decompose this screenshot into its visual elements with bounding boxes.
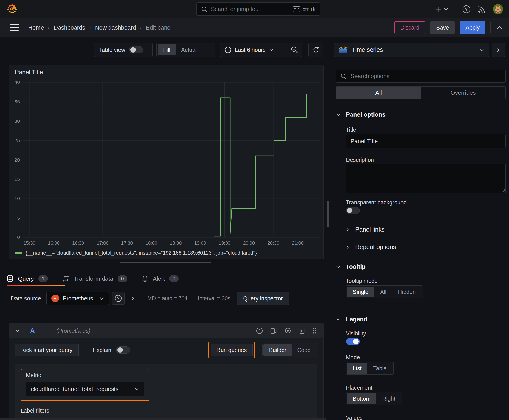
tooltip-mode-hidden[interactable]: Hidden	[392, 286, 421, 297]
expand-options-chevron-icon[interactable]	[131, 296, 135, 301]
visualization-picker[interactable]: Time series	[334, 43, 489, 57]
legend-visibility-toggle[interactable]	[346, 338, 360, 345]
collapse-options-pane-button[interactable]	[492, 43, 505, 57]
legend-placement-bottom[interactable]: Bottom	[347, 393, 376, 404]
new-dropdown-button[interactable]	[436, 6, 448, 13]
legend-placement-right[interactable]: Right	[376, 393, 401, 404]
svg-text:19:00: 19:00	[194, 240, 206, 246]
query-ref-id: A	[30, 327, 35, 335]
grafana-logo-icon[interactable]	[7, 4, 17, 14]
query-help-icon[interactable]: ?	[256, 327, 263, 335]
query-row-header[interactable]: A (Prometheus) ?	[9, 323, 323, 338]
zoom-out-time-icon[interactable]	[287, 46, 302, 54]
time-series-chart[interactable]: 051015202530354015:3016:0016:3017:0017:3…	[11, 80, 323, 247]
svg-text:16:30: 16:30	[72, 240, 84, 246]
legend-series-swatch[interactable]	[15, 252, 22, 254]
description-textarea[interactable]	[346, 164, 506, 193]
mega-menu-toggle-icon[interactable]	[10, 24, 19, 31]
tooltip-mode-single[interactable]: Single	[347, 286, 374, 297]
time-range-picker[interactable]: Last 6 hours	[220, 46, 287, 53]
actual-option[interactable]: Actual	[176, 44, 202, 55]
alert-count-badge: 0	[169, 275, 179, 282]
tooltip-mode-label: Tooltip mode	[346, 278, 378, 284]
tab-transform-data[interactable]: Transform data 0	[62, 275, 127, 282]
run-queries-highlight: Run queries	[208, 342, 255, 358]
fill-option[interactable]: Fill	[158, 44, 176, 55]
help-icon[interactable]: ?	[462, 5, 471, 14]
panel-links-section[interactable]: Panel links	[346, 226, 385, 233]
user-avatar[interactable]	[493, 4, 503, 14]
breadcrumb-separator: ›	[89, 24, 91, 31]
svg-text:18:30: 18:30	[170, 240, 182, 246]
options-filter-tabs: All Overrides	[336, 86, 506, 99]
top-bar: ctrl+k ?	[0, 0, 509, 18]
query-inspector-button[interactable]: Query inspector	[237, 292, 289, 305]
query-options-summary[interactable]: MD = auto = 704 Interval = 30s	[147, 295, 230, 301]
chevron-down-icon	[336, 113, 341, 116]
drag-handle-grip-icon[interactable]	[312, 327, 317, 335]
save-button[interactable]: Save	[430, 21, 455, 34]
breadcrumb-home[interactable]: Home	[28, 24, 44, 31]
table-view-control: Table view	[94, 43, 153, 57]
repeat-options-section[interactable]: Repeat options	[346, 244, 396, 251]
global-search-input[interactable]	[211, 6, 289, 12]
transform-count-badge: 0	[118, 275, 127, 282]
svg-text:18:00: 18:00	[145, 240, 157, 246]
panel-title[interactable]: Panel Title	[15, 69, 43, 76]
panel-options-header[interactable]: Panel options	[336, 111, 386, 118]
transparent-background-toggle[interactable]	[346, 207, 360, 214]
tab-query[interactable]: Query 1	[7, 275, 48, 283]
collapse-pane-chevron-up-icon[interactable]	[495, 25, 503, 30]
svg-text:?: ?	[465, 7, 467, 12]
tooltip-header[interactable]: Tooltip	[336, 263, 365, 270]
legend-series-label[interactable]: {__name__="cloudflared_tunnel_total_requ…	[26, 250, 257, 256]
search-options-box[interactable]	[336, 70, 506, 82]
table-view-toggle[interactable]	[129, 46, 143, 53]
kick-start-query-button[interactable]: Kick start your query	[15, 344, 79, 356]
legend-header[interactable]: Legend	[336, 316, 367, 323]
global-search-box[interactable]: ctrl+k	[196, 2, 320, 16]
horizontal-scrollbar-track[interactable]	[0, 419, 326, 420]
legend-placement-label: Placement	[346, 384, 372, 391]
title-label: Title	[346, 127, 356, 133]
pane-resize-handle[interactable]	[120, 262, 211, 263]
legend-mode-table[interactable]: Table	[367, 363, 393, 374]
vertical-scrollbar-thumb[interactable]	[327, 201, 328, 227]
tab-overrides[interactable]: Overrides	[421, 87, 505, 99]
refresh-dashboard-button[interactable]	[308, 43, 323, 57]
builder-option[interactable]: Builder	[264, 344, 292, 356]
apply-button[interactable]: Apply	[460, 21, 486, 34]
run-queries-button[interactable]: Run queries	[211, 344, 253, 356]
discard-button[interactable]: Discard	[394, 21, 425, 34]
collapse-chevron-icon[interactable]	[15, 329, 20, 332]
code-option[interactable]: Code	[292, 344, 316, 356]
svg-text:40: 40	[15, 80, 20, 85]
breadcrumb-new-dashboard[interactable]: New dashboard	[95, 24, 136, 31]
query-editor-row: A (Prometheus) ? Kick start your query E…	[9, 323, 324, 420]
legend-mode-segment: List Table	[346, 362, 394, 375]
legend-mode-list[interactable]: List	[347, 363, 367, 374]
metric-select[interactable]: cloudflared_tunnel_total_requests	[26, 382, 144, 396]
tab-all[interactable]: All	[336, 87, 421, 99]
delete-query-trash-icon[interactable]	[299, 327, 305, 335]
breadcrumb-separator: ›	[140, 24, 142, 31]
tooltip-mode-all[interactable]: All	[374, 286, 392, 297]
svg-text:0: 0	[17, 235, 20, 240]
toggle-visibility-eye-icon[interactable]	[284, 327, 292, 334]
textarea-resize-handle[interactable]	[501, 188, 505, 193]
svg-text:21:00: 21:00	[292, 240, 304, 246]
tab-alert[interactable]: Alert 0	[142, 275, 179, 283]
datasource-help-button[interactable]: ?	[112, 292, 125, 305]
datasource-picker[interactable]: Prometheus	[46, 292, 109, 305]
breadcrumb-edit-panel: Edit panel	[146, 24, 172, 31]
breadcrumb-dashboards[interactable]: Dashboards	[54, 24, 85, 31]
datasource-label: Data source	[11, 295, 41, 302]
search-options-input[interactable]	[350, 73, 501, 80]
duplicate-query-icon[interactable]	[270, 327, 277, 335]
chevron-down-icon	[336, 318, 341, 321]
panel-title-input[interactable]	[346, 134, 506, 148]
explain-toggle[interactable]	[116, 346, 130, 354]
news-rss-icon[interactable]	[478, 5, 486, 14]
label-filters-label: Label filters	[21, 407, 312, 414]
legend-mode-label: Mode	[346, 354, 360, 360]
